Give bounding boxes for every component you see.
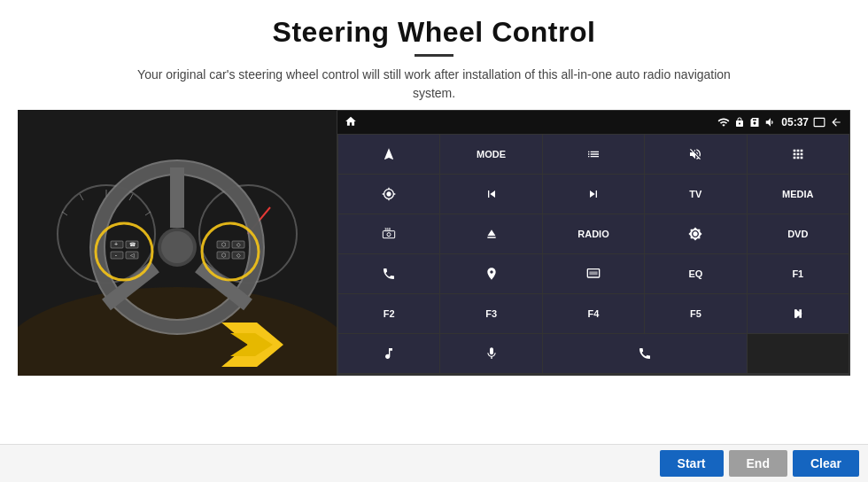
btn-apps[interactable] bbox=[748, 135, 849, 174]
btn-360[interactable]: 360 bbox=[338, 214, 439, 253]
btn-playpause[interactable] bbox=[748, 294, 849, 333]
volume-icon bbox=[764, 116, 777, 128]
svg-rect-41 bbox=[589, 271, 597, 275]
status-time: 05:37 bbox=[781, 116, 809, 128]
btn-radio[interactable]: RADIO bbox=[543, 214, 644, 253]
btn-brightness[interactable] bbox=[645, 214, 746, 253]
back-icon bbox=[830, 116, 842, 128]
btn-f1[interactable]: F1 bbox=[748, 254, 849, 293]
subtitle: Your original car's steering wheel contr… bbox=[124, 66, 744, 103]
status-icons: 05:37 bbox=[717, 116, 842, 128]
page-title: Steering Wheel Control bbox=[35, 16, 833, 49]
btn-empty-1 bbox=[748, 334, 849, 373]
svg-text:⬡: ⬡ bbox=[221, 242, 226, 247]
svg-point-38 bbox=[387, 233, 391, 237]
title-divider bbox=[415, 54, 453, 57]
btn-mic[interactable] bbox=[440, 334, 541, 373]
svg-text:◇: ◇ bbox=[236, 242, 241, 247]
svg-rect-37 bbox=[384, 231, 395, 238]
lock-icon bbox=[734, 117, 745, 128]
end-button[interactable]: End bbox=[729, 450, 787, 477]
btn-eject[interactable] bbox=[440, 214, 541, 253]
svg-text:+: + bbox=[114, 241, 118, 247]
wifi-icon bbox=[717, 116, 730, 128]
btn-settings[interactable] bbox=[338, 175, 439, 214]
bottom-controls: Start End Clear bbox=[0, 444, 868, 482]
btn-tv[interactable]: TV bbox=[645, 175, 746, 214]
sim-icon bbox=[749, 117, 760, 128]
content-row: + - ☎ ◁ ⬡ ⬡ ◇ ◇ bbox=[0, 110, 868, 444]
btn-f3[interactable]: F3 bbox=[440, 294, 541, 333]
svg-text:☎: ☎ bbox=[129, 242, 136, 247]
btn-hangup[interactable] bbox=[543, 334, 747, 373]
btn-eq[interactable]: EQ bbox=[645, 254, 746, 293]
svg-text:◁: ◁ bbox=[130, 253, 135, 258]
screen-icon bbox=[813, 116, 825, 128]
header-section: Steering Wheel Control Your original car… bbox=[0, 0, 868, 110]
button-grid: MODE bbox=[337, 134, 849, 375]
svg-text:◇: ◇ bbox=[236, 253, 241, 258]
btn-f5[interactable]: F5 bbox=[645, 294, 746, 333]
btn-next[interactable] bbox=[543, 175, 644, 214]
btn-dash[interactable] bbox=[543, 254, 644, 293]
btn-nav[interactable] bbox=[338, 135, 439, 174]
steering-wheel-image: + - ☎ ◁ ⬡ ⬡ ◇ ◇ bbox=[18, 110, 337, 376]
btn-phone[interactable] bbox=[338, 254, 439, 293]
page-wrapper: Steering Wheel Control Your original car… bbox=[0, 0, 868, 482]
svg-point-13 bbox=[161, 231, 193, 263]
btn-media[interactable]: MEDIA bbox=[748, 175, 849, 214]
btn-list[interactable] bbox=[543, 135, 644, 174]
btn-mode[interactable]: MODE bbox=[440, 135, 541, 174]
status-bar: 05:37 bbox=[337, 111, 849, 134]
btn-dvd[interactable]: DVD bbox=[748, 214, 849, 253]
start-button[interactable]: Start bbox=[660, 450, 724, 477]
clear-button[interactable]: Clear bbox=[793, 450, 859, 477]
svg-text:360: 360 bbox=[385, 227, 391, 231]
btn-music[interactable] bbox=[338, 334, 439, 373]
btn-gps[interactable] bbox=[440, 254, 541, 293]
btn-prev[interactable] bbox=[440, 175, 541, 214]
radio-panel: 05:37 MODE bbox=[337, 110, 850, 376]
status-home-icon bbox=[345, 115, 357, 129]
btn-mute[interactable] bbox=[645, 135, 746, 174]
btn-f4[interactable]: F4 bbox=[543, 294, 644, 333]
btn-f2[interactable]: F2 bbox=[338, 294, 439, 333]
svg-text:⬡: ⬡ bbox=[221, 253, 226, 258]
